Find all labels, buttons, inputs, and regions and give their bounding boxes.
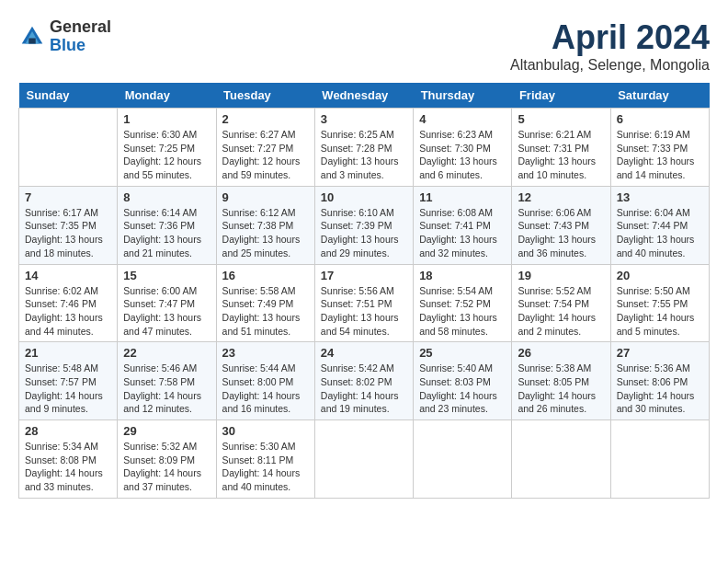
day-number: 7 [25, 190, 111, 204]
sunset: Sunset: 7:25 PM [123, 142, 210, 155]
calendar-cell: 29 Sunrise: 5:32 AM Sunset: 8:09 PM Dayl… [118, 420, 216, 499]
calendar-cell: 12 Sunrise: 6:06 AM Sunset: 7:43 PM Dayl… [512, 186, 610, 264]
day-number: 14 [25, 269, 111, 282]
sunset: Sunset: 8:05 PM [518, 375, 604, 389]
daylight: Daylight: 14 hours and 19 minutes. [321, 389, 407, 416]
calendar-cell: 25 Sunrise: 5:40 AM Sunset: 8:03 PM Dayl… [414, 342, 512, 420]
calendar-cell: 1 Sunrise: 6:30 AM Sunset: 7:25 PM Dayli… [118, 109, 216, 187]
daylight: Daylight: 14 hours and 23 minutes. [419, 389, 506, 416]
day-number: 16 [222, 269, 309, 282]
calendar-cell [314, 420, 413, 499]
sunset: Sunset: 7:33 PM [617, 142, 703, 155]
sunset: Sunset: 7:30 PM [419, 142, 506, 155]
sunset: Sunset: 7:43 PM [518, 219, 604, 233]
sunset: Sunset: 8:03 PM [419, 375, 506, 389]
sunrise: Sunrise: 6:00 AM [123, 284, 210, 298]
daylight: Daylight: 13 hours and 21 minutes. [123, 233, 210, 259]
sunrise: Sunrise: 5:40 AM [419, 362, 506, 375]
sunrise: Sunrise: 5:42 AM [321, 362, 407, 375]
day-info: Sunrise: 6:21 AM Sunset: 7:31 PM Dayligh… [518, 128, 604, 182]
sunrise: Sunrise: 5:56 AM [321, 284, 407, 298]
day-number: 25 [419, 346, 506, 360]
sunset: Sunset: 7:44 PM [617, 219, 703, 233]
daylight: Daylight: 14 hours and 40 minutes. [222, 466, 309, 493]
day-info: Sunrise: 5:30 AM Sunset: 8:11 PM Dayligh… [222, 440, 309, 494]
day-number: 5 [518, 112, 604, 126]
calendar-cell: 9 Sunrise: 6:12 AM Sunset: 7:38 PM Dayli… [216, 186, 314, 264]
sunset: Sunset: 7:52 PM [419, 297, 506, 311]
col-sunday: Sunday [19, 83, 118, 109]
sunrise: Sunrise: 6:10 AM [321, 206, 407, 220]
day-info: Sunrise: 6:04 AM Sunset: 7:44 PM Dayligh… [617, 206, 703, 260]
daylight: Daylight: 13 hours and 25 minutes. [222, 233, 309, 259]
header-row: Sunday Monday Tuesday Wednesday Thursday… [19, 83, 710, 109]
calendar-cell: 18 Sunrise: 5:54 AM Sunset: 7:52 PM Dayl… [414, 264, 512, 342]
daylight: Daylight: 13 hours and 3 minutes. [321, 155, 407, 181]
day-info: Sunrise: 6:14 AM Sunset: 7:36 PM Dayligh… [123, 206, 210, 260]
sunset: Sunset: 8:00 PM [222, 375, 309, 389]
daylight: Daylight: 14 hours and 12 minutes. [123, 389, 210, 416]
daylight: Daylight: 13 hours and 36 minutes. [518, 233, 604, 259]
sunset: Sunset: 7:39 PM [321, 219, 407, 233]
week-row-3: 14 Sunrise: 6:02 AM Sunset: 7:46 PM Dayl… [19, 264, 710, 342]
day-number: 18 [419, 269, 506, 282]
sunrise: Sunrise: 5:50 AM [617, 284, 703, 298]
calendar-cell: 17 Sunrise: 5:56 AM Sunset: 7:51 PM Dayl… [314, 264, 413, 342]
sunset: Sunset: 7:47 PM [123, 297, 210, 311]
sunrise: Sunrise: 5:52 AM [518, 284, 604, 298]
day-number: 27 [617, 346, 703, 360]
sunrise: Sunrise: 5:54 AM [419, 284, 506, 298]
day-info: Sunrise: 5:48 AM Sunset: 7:57 PM Dayligh… [25, 362, 111, 416]
daylight: Daylight: 13 hours and 47 minutes. [123, 311, 210, 338]
col-tuesday: Tuesday [216, 83, 314, 109]
daylight: Daylight: 13 hours and 54 minutes. [321, 311, 407, 338]
logo-blue: Blue [50, 37, 111, 55]
day-info: Sunrise: 5:32 AM Sunset: 8:09 PM Dayligh… [123, 440, 210, 494]
sunset: Sunset: 7:51 PM [321, 297, 407, 311]
day-info: Sunrise: 6:27 AM Sunset: 7:27 PM Dayligh… [222, 128, 309, 182]
sunrise: Sunrise: 6:12 AM [222, 206, 309, 220]
daylight: Daylight: 13 hours and 51 minutes. [222, 311, 309, 338]
daylight: Daylight: 14 hours and 16 minutes. [222, 389, 309, 416]
daylight: Daylight: 14 hours and 5 minutes. [617, 311, 703, 338]
sunset: Sunset: 7:57 PM [25, 375, 111, 389]
daylight: Daylight: 13 hours and 6 minutes. [419, 155, 506, 181]
calendar-cell: 2 Sunrise: 6:27 AM Sunset: 7:27 PM Dayli… [216, 109, 314, 187]
sunrise: Sunrise: 6:02 AM [25, 284, 111, 298]
month-title: April 2024 [510, 18, 710, 57]
sunset: Sunset: 7:58 PM [123, 375, 210, 389]
sunrise: Sunrise: 5:34 AM [25, 440, 111, 454]
day-number: 4 [419, 112, 506, 126]
logo: General Blue [18, 18, 111, 55]
col-monday: Monday [118, 83, 216, 109]
day-number: 11 [419, 190, 506, 204]
day-info: Sunrise: 5:36 AM Sunset: 8:06 PM Dayligh… [617, 362, 703, 416]
calendar-cell: 22 Sunrise: 5:46 AM Sunset: 7:58 PM Dayl… [118, 342, 216, 420]
day-number: 10 [321, 190, 407, 204]
sunset: Sunset: 7:55 PM [617, 297, 703, 311]
week-row-5: 28 Sunrise: 5:34 AM Sunset: 8:08 PM Dayl… [19, 420, 710, 499]
daylight: Daylight: 13 hours and 29 minutes. [321, 233, 407, 259]
day-info: Sunrise: 6:02 AM Sunset: 7:46 PM Dayligh… [25, 284, 111, 339]
calendar-cell: 4 Sunrise: 6:23 AM Sunset: 7:30 PM Dayli… [414, 109, 512, 187]
sunrise: Sunrise: 6:17 AM [25, 206, 111, 220]
day-number: 12 [518, 190, 604, 204]
sunrise: Sunrise: 6:23 AM [419, 128, 506, 142]
col-saturday: Saturday [610, 83, 709, 109]
day-info: Sunrise: 5:56 AM Sunset: 7:51 PM Dayligh… [321, 284, 407, 339]
sunset: Sunset: 7:49 PM [222, 297, 309, 311]
sunrise: Sunrise: 6:06 AM [518, 206, 604, 220]
calendar-cell: 5 Sunrise: 6:21 AM Sunset: 7:31 PM Dayli… [512, 109, 610, 187]
sunset: Sunset: 7:35 PM [25, 219, 111, 233]
daylight: Daylight: 12 hours and 59 minutes. [222, 155, 309, 181]
sunrise: Sunrise: 6:19 AM [617, 128, 703, 142]
sunrise: Sunrise: 6:27 AM [222, 128, 309, 142]
calendar-cell: 27 Sunrise: 5:36 AM Sunset: 8:06 PM Dayl… [610, 342, 709, 420]
day-number: 8 [123, 190, 210, 204]
day-number: 9 [222, 190, 309, 204]
daylight: Daylight: 13 hours and 40 minutes. [617, 233, 703, 259]
logo-icon [18, 23, 46, 51]
calendar-cell: 8 Sunrise: 6:14 AM Sunset: 7:36 PM Dayli… [118, 186, 216, 264]
day-info: Sunrise: 5:44 AM Sunset: 8:00 PM Dayligh… [222, 362, 309, 416]
sunset: Sunset: 8:06 PM [617, 375, 703, 389]
